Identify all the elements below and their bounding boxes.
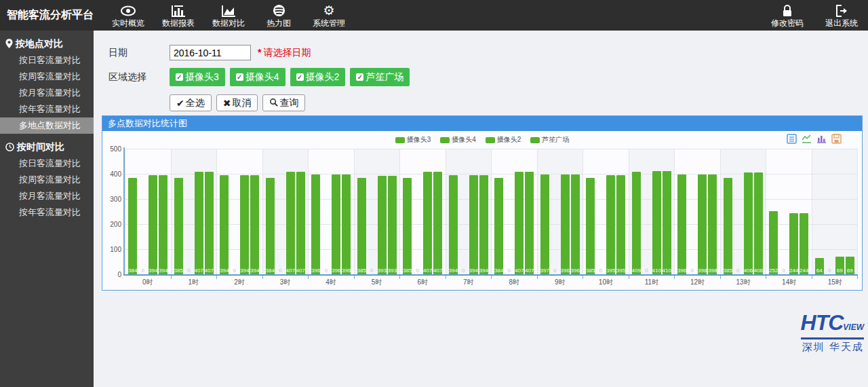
bar-摄像头2[interactable]: 407 xyxy=(423,172,432,274)
bar-摄像头3[interactable]: 396 xyxy=(311,174,320,274)
bar-摄像头3[interactable]: 252 xyxy=(769,211,778,274)
legend-swatch xyxy=(395,137,405,143)
bar-摄像头2[interactable]: 394 xyxy=(240,175,249,274)
bar-摄像头2[interactable]: 393 xyxy=(378,176,387,274)
sidebar-item[interactable]: 按年客流量对比 xyxy=(0,101,94,117)
sidebar-item[interactable]: 按月客流量对比 xyxy=(0,188,94,204)
bar-芦笙广场[interactable]: 407 xyxy=(296,172,305,274)
bar-摄像头3[interactable]: 384 xyxy=(266,178,275,274)
bar-芦笙广场[interactable]: 407 xyxy=(205,172,214,274)
area-toggle-button[interactable]: ✓芦笙广场 xyxy=(350,68,410,86)
bar-value-label: 407 xyxy=(205,268,214,274)
bar-摄像头3[interactable]: 64 xyxy=(815,258,824,274)
x-tick-label: 6时 xyxy=(399,278,446,287)
bar-摄像头3[interactable]: 384 xyxy=(128,178,137,274)
logout-icon xyxy=(835,3,848,18)
sidebar-item[interactable]: 按日客流量对比 xyxy=(0,155,94,172)
legend-item[interactable]: 摄像头3 xyxy=(395,135,431,145)
bar-芦笙广场[interactable]: 406 xyxy=(754,172,763,274)
bar-value-label: 0 xyxy=(279,268,281,274)
line-chart-icon[interactable] xyxy=(802,134,812,147)
save-image-icon[interactable] xyxy=(831,134,842,147)
bar-摄像头2[interactable]: 407 xyxy=(195,172,203,274)
logout-button[interactable]: 退出系统 xyxy=(822,0,861,31)
bar-摄像头2[interactable]: 69 xyxy=(835,257,844,274)
bar-芦笙广场[interactable]: 407 xyxy=(525,172,534,274)
bar-芦笙广场[interactable]: 244 xyxy=(800,213,808,274)
bar-摄像头2[interactable]: 410 xyxy=(652,171,661,274)
bar-group-5时: 3850393393 xyxy=(355,149,401,274)
bar-slot: 69 xyxy=(835,149,844,274)
bar-摄像头2[interactable]: 407 xyxy=(286,172,295,274)
nav-item-2[interactable]: 数据报表 xyxy=(159,0,198,31)
date-input[interactable] xyxy=(170,45,251,60)
sidebar-item[interactable]: 多地点数据对比 xyxy=(0,117,94,134)
data-view-icon[interactable] xyxy=(787,134,797,147)
bar-摄像头2[interactable]: 394 xyxy=(469,175,478,274)
area-toggle-button[interactable]: ✓摄像头2 xyxy=(290,68,346,86)
bar-摄像头3[interactable]: 385 xyxy=(174,178,183,274)
cancel-button[interactable]: ✖取消 xyxy=(216,94,258,111)
bar-value-label: 406 xyxy=(754,268,763,274)
sidebar-item[interactable]: 按月客流量对比 xyxy=(0,85,94,101)
nav-item-1[interactable]: 实时概览 xyxy=(108,0,148,31)
bar-芦笙广场[interactable]: 394 xyxy=(250,175,259,274)
bar-slot: 0 xyxy=(734,149,743,274)
bar-slot: 0 xyxy=(551,149,559,274)
bar-slot: 252 xyxy=(769,149,778,274)
bar-摄像头2[interactable]: 396 xyxy=(561,174,570,274)
bar-value-label: 407 xyxy=(296,268,305,274)
sidebar-item[interactable]: 按年客流量对比 xyxy=(0,204,94,221)
bar-芦笙广场[interactable]: 410 xyxy=(663,171,671,274)
bar-slot: 407 xyxy=(195,149,203,274)
bar-摄像头3[interactable]: 409 xyxy=(632,172,641,274)
legend-item[interactable]: 芦笙广场 xyxy=(530,135,569,145)
top-bar: 智能客流分析平台 实时概览数据报表数据对比热力图⚙系统管理 修改密码退出系统 xyxy=(0,0,868,31)
bar-芦笙广场[interactable]: 395 xyxy=(616,175,625,274)
bar-chart-icon[interactable] xyxy=(816,134,827,147)
bar-芦笙广场[interactable]: 69 xyxy=(846,257,854,274)
bar-slot: 0 xyxy=(825,149,834,274)
bar-摄像头2[interactable]: 398 xyxy=(698,174,707,274)
bar-摄像头3[interactable]: 394 xyxy=(449,175,458,274)
area-toggle-button[interactable]: ✓摄像头4 xyxy=(230,68,285,86)
area-toggle-button[interactable]: ✓摄像头3 xyxy=(170,68,225,86)
sidebar-item[interactable]: 按日客流量对比 xyxy=(0,52,94,69)
nav-item-4[interactable]: 热力图 xyxy=(259,0,298,31)
sidebar-item[interactable]: 按周客流量对比 xyxy=(0,69,94,85)
sidebar-item[interactable]: 按周客流量对比 xyxy=(0,172,94,188)
change-password-button[interactable]: 修改密码 xyxy=(768,0,807,31)
bar-芦笙广场[interactable]: 407 xyxy=(433,172,442,274)
bar-芦笙广场[interactable]: 396 xyxy=(342,174,351,274)
legend-item[interactable]: 摄像头2 xyxy=(486,135,521,145)
bar-摄像头3[interactable]: 385 xyxy=(586,178,595,274)
nav-item-5[interactable]: ⚙系统管理 xyxy=(309,0,349,31)
bar-group-0时: 3840394394 xyxy=(125,149,172,274)
nav-item-3[interactable]: 数据对比 xyxy=(209,0,248,31)
bar-摄像头2[interactable]: 395 xyxy=(606,175,615,274)
bar-摄像头3[interactable]: 384 xyxy=(494,178,503,274)
bar-摄像头3[interactable]: 385 xyxy=(724,178,732,274)
bar-slot: 385 xyxy=(586,149,595,274)
bar-摄像头2[interactable]: 396 xyxy=(332,174,340,274)
bar-摄像头2[interactable]: 244 xyxy=(789,213,798,274)
query-button[interactable]: 查询 xyxy=(262,94,305,111)
bar-芦笙广场[interactable]: 393 xyxy=(388,176,397,274)
select-all-button[interactable]: ✔全选 xyxy=(170,94,212,111)
bar-摄像头2[interactable]: 406 xyxy=(744,172,753,274)
bar-摄像头3[interactable]: 397 xyxy=(540,174,549,274)
legend-item[interactable]: 摄像头4 xyxy=(440,135,476,145)
bar-摄像头3[interactable]: 396 xyxy=(677,174,686,274)
main-nav: 实时概览数据报表数据对比热力图⚙系统管理 xyxy=(108,0,349,31)
bar-摄像头3[interactable]: 394 xyxy=(220,175,229,274)
x-tick-label: 0时 xyxy=(125,278,171,287)
nav-item-label: 实时概览 xyxy=(112,18,144,28)
bar-芦笙广场[interactable]: 398 xyxy=(708,174,717,274)
bar-芦笙广场[interactable]: 394 xyxy=(479,175,488,274)
bar-芦笙广场[interactable]: 394 xyxy=(159,175,167,274)
bar-摄像头2[interactable]: 394 xyxy=(149,175,157,274)
bar-摄像头3[interactable]: 385 xyxy=(357,178,366,274)
bar-芦笙广场[interactable]: 396 xyxy=(571,174,580,274)
bar-摄像头2[interactable]: 407 xyxy=(515,172,524,274)
bar-摄像头3[interactable]: 385 xyxy=(403,178,412,274)
